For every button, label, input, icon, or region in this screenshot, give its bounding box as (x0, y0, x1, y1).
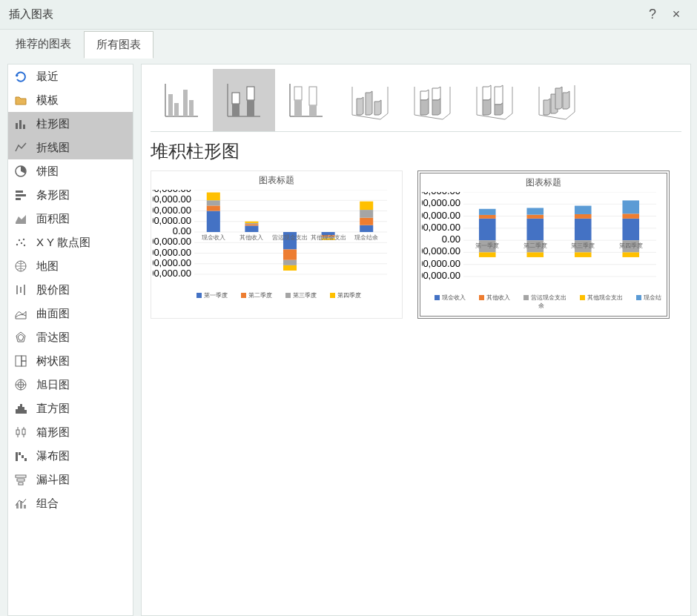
preview-row: 图表标题800,000.00600,000.00400,000.00200,00… (151, 170, 681, 319)
subtype-3d-clustered-column[interactable] (337, 69, 400, 131)
waterfall-icon (14, 449, 27, 463)
svg-rect-102 (360, 225, 373, 232)
svg-rect-87 (245, 225, 258, 232)
sidebar-item-sunburst[interactable]: 旭日图 (8, 373, 133, 397)
tree-icon (14, 354, 27, 368)
sidebar-item-waterfall[interactable]: 瀑布图 (8, 444, 133, 468)
subtype-100-stacked-column[interactable] (275, 69, 337, 131)
svg-text:现金结余: 现金结余 (354, 234, 378, 241)
line-icon (14, 141, 27, 154)
svg-rect-103 (360, 218, 373, 225)
radar-icon (14, 331, 27, 344)
subtype-3d-100-stacked-column[interactable] (462, 69, 524, 131)
svg-rect-5 (16, 194, 26, 196)
svg-rect-94 (283, 260, 297, 265)
subtype-stacked-column[interactable] (213, 69, 275, 131)
chart-title: 图表标题 (422, 176, 665, 189)
svg-rect-42 (19, 483, 23, 485)
svg-rect-29 (24, 410, 27, 414)
svg-point-11 (24, 245, 25, 246)
svg-rect-54 (232, 93, 240, 104)
svg-rect-18 (16, 356, 22, 366)
svg-text:第二季度: 第二季度 (523, 242, 547, 249)
svg-rect-136 (575, 214, 592, 219)
sidebar-item-histo[interactable]: 直方图 (8, 397, 133, 420)
sidebar-item-stock[interactable]: 股价图 (8, 278, 133, 302)
scatter-icon (14, 236, 27, 249)
sidebar-item-label: 最近 (36, 70, 59, 84)
stock-icon (14, 283, 27, 297)
close-button[interactable]: × (664, 7, 688, 22)
sidebar-item-box[interactable]: 箱形图 (8, 420, 133, 444)
svg-rect-93 (283, 250, 297, 260)
svg-text:0.00: 0.00 (442, 234, 460, 245)
svg-rect-57 (247, 100, 254, 116)
chart-legend: 第一季度第二季度第三季度第四季度 (153, 291, 400, 299)
svg-rect-27 (20, 404, 22, 414)
svg-text:第四季度: 第四季度 (619, 242, 643, 249)
svg-rect-28 (22, 407, 24, 414)
svg-rect-45 (24, 505, 26, 509)
sidebar-item-label: X Y 散点图 (36, 236, 90, 250)
subtype-3d-stacked-column[interactable] (400, 69, 462, 131)
sidebar-item-label: 组合 (36, 497, 59, 511)
svg-rect-62 (309, 87, 317, 105)
sidebar-item-label: 雷达图 (36, 331, 70, 345)
sidebar-item-radar[interactable]: 雷达图 (8, 325, 133, 349)
dialog-body: 最近模板柱形图折线图饼图条形图面积图X Y 散点图地图股价图曲面图雷达图树状图旭… (0, 58, 697, 616)
funnel-icon (14, 473, 27, 486)
svg-rect-83 (207, 205, 220, 211)
sidebar-item-label: 柱形图 (36, 117, 70, 131)
svg-text:第三季度: 第三季度 (571, 242, 595, 249)
svg-rect-56 (247, 87, 254, 100)
svg-text:200,000.00: 200,000.00 (153, 215, 191, 226)
sidebar-item-pie[interactable]: 饼图 (8, 159, 133, 183)
pie-icon (14, 165, 27, 178)
sidebar-item-area[interactable]: 面积图 (8, 207, 133, 231)
sidebar-item-combo[interactable]: 组合 (8, 491, 133, 515)
sidebar-item-folder[interactable]: 模板 (8, 88, 133, 112)
tab-recommended[interactable]: 推荐的图表 (3, 30, 84, 58)
svg-text:其他现金支出: 其他现金支出 (311, 234, 346, 241)
section-title: 堆积柱形图 (151, 139, 681, 163)
sidebar-item-scatter[interactable]: X Y 散点图 (8, 231, 133, 254)
svg-point-10 (23, 239, 24, 240)
svg-rect-130 (526, 215, 544, 219)
tab-all-charts[interactable]: 所有图表 (84, 31, 153, 59)
box-icon (14, 425, 27, 439)
sidebar-item-recent[interactable]: 最近 (8, 64, 133, 88)
sidebar-item-line[interactable]: 折线图 (8, 136, 133, 159)
svg-rect-19 (22, 356, 26, 361)
sidebar-item-map[interactable]: 地图 (8, 254, 133, 278)
svg-rect-61 (294, 100, 302, 116)
svg-rect-51 (189, 100, 194, 116)
combo-icon (14, 497, 27, 510)
recent-icon (14, 70, 27, 83)
svg-rect-37 (19, 452, 21, 455)
svg-rect-36 (16, 452, 18, 461)
column-icon (14, 117, 27, 130)
svg-text:0.00: 0.00 (173, 225, 191, 236)
sidebar-item-surface[interactable]: 曲面图 (8, 302, 133, 325)
svg-marker-17 (18, 334, 24, 340)
help-button[interactable]: ? (641, 7, 664, 22)
svg-rect-104 (360, 210, 373, 218)
sidebar-item-column[interactable]: 柱形图 (8, 112, 133, 136)
subtype-clustered-column[interactable] (151, 69, 213, 131)
sidebar-item-funnel[interactable]: 漏斗图 (8, 468, 133, 491)
sidebar-item-label: 饼图 (36, 165, 59, 179)
svg-rect-2 (23, 125, 25, 129)
svg-point-7 (16, 244, 18, 245)
sidebar-item-bar[interactable]: 条形图 (8, 183, 133, 207)
subtype-3d-column[interactable] (524, 69, 587, 131)
dialog-title: 插入图表 (9, 7, 641, 21)
svg-rect-142 (622, 213, 639, 219)
preview-chart-1[interactable]: 图表标题800,000.00600,000.00400,000.00200,00… (151, 170, 403, 319)
svg-text:-600,000.00: -600,000.00 (153, 257, 191, 268)
sunburst-icon (14, 378, 27, 391)
preview-chart-2[interactable]: 图表标题400,000.00300,000.00200,000.00100,00… (417, 170, 670, 319)
svg-text:其他收入: 其他收入 (240, 234, 263, 241)
sidebar-item-tree[interactable]: 树状图 (8, 349, 133, 373)
svg-rect-133 (526, 208, 544, 214)
svg-rect-50 (183, 90, 188, 116)
